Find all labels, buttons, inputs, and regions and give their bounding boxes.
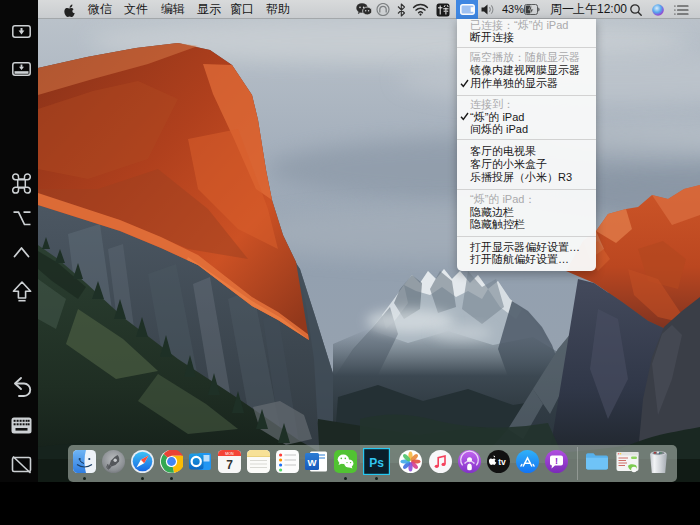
svg-text:MON: MON bbox=[225, 452, 234, 456]
svg-text:W: W bbox=[307, 457, 316, 468]
svg-text:Ps: Ps bbox=[369, 456, 384, 470]
svg-text:7: 7 bbox=[226, 458, 233, 472]
svg-text:tv: tv bbox=[498, 457, 506, 467]
svg-text:!: ! bbox=[555, 456, 558, 466]
